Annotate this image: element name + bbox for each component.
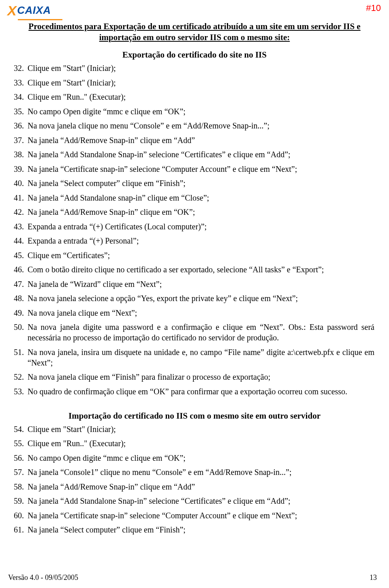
brand-underline	[18, 19, 62, 20]
section-a-step: Na nova janela digite uma password e a c…	[26, 322, 374, 343]
section-a-step: Na nova janela clique no menu “Console” …	[26, 120, 374, 131]
section-b-step: Na janela “Select computer” clique em “F…	[26, 524, 374, 535]
section-a-step: Na janela de “Wizard” clique em “Next”;	[26, 279, 374, 289]
section-b-step: Na janela “Add Standalone Snap-in” selec…	[26, 496, 374, 506]
section-a-step: Na nova janela, insira um disquete na un…	[26, 347, 374, 368]
footer: Versão 4.0 - 09/05/2005 13	[8, 573, 377, 582]
brand-logo: X CAIXA	[7, 2, 51, 19]
section-a-title: Exportação do certificado do site no IIS	[15, 49, 374, 60]
section-b-step: Clique em "Start" (Iniciar);	[26, 424, 374, 434]
section-a-step: Na janela “Add/Remove Snap-in” clique em…	[26, 135, 374, 145]
section-a-step: Na nova janela clique em “Next”;	[26, 308, 374, 318]
brand-x-icon: X	[7, 2, 17, 19]
section-a-step: No campo Open digite “mmc e clique em “O…	[26, 106, 374, 117]
section-a-step: Na nova janela selecione a opção “Yes, e…	[26, 293, 374, 304]
footer-page-number: 13	[370, 573, 377, 582]
section-a-step: Expanda a entrada “(+) Personal”;	[26, 235, 374, 246]
section-a-step: Clique em “Certificates”;	[26, 250, 374, 261]
section-a-step: Na janela “Add Standalone snap-in” cliqu…	[26, 192, 374, 203]
section-b-step: Na janela “Certificate snap-in” selecion…	[26, 510, 374, 521]
section-a-step: Na janela “Select computer” clique em “F…	[26, 178, 374, 188]
footer-version: Versão 4.0 - 09/05/2005	[8, 573, 78, 582]
section-a-step: Na janela “Certificate snap-in” selecion…	[26, 164, 374, 174]
section-a-step: Na janela “Add/Remove Snap-in” clique em…	[26, 207, 374, 217]
page-tag: #10	[366, 2, 381, 14]
section-b-step: Na janela “Console1” clique no menu “Con…	[26, 467, 374, 477]
section-a-step: Na nova janela clique em “Finish” para f…	[26, 372, 374, 382]
main-title: Procedimentos para Exportação de um cert…	[15, 21, 374, 43]
section-a-step: Na janela “Add Standalone Snap-in” selec…	[26, 149, 374, 160]
section-b-step: Na janela “Add/Remove Snap-in” clique em…	[26, 481, 374, 492]
section-b-title: Importação do certificado no IIS com o m…	[15, 411, 374, 421]
document-content: Procedimentos para Exportação de um cert…	[15, 21, 374, 539]
steps-list-b: Clique em "Start" (Iniciar);Clique em "R…	[15, 424, 374, 535]
section-a-step: Clique em "Start" (Iniciar);	[26, 63, 374, 73]
section-b-step: Clique em "Run.." (Executar);	[26, 438, 374, 449]
section-b-step: No campo Open digite “mmc e clique em “O…	[26, 453, 374, 463]
steps-list-a: Clique em "Start" (Iniciar);Clique em "S…	[15, 63, 374, 397]
section-a-step: Expanda a entrada “(+) Certificates (Loc…	[26, 221, 374, 232]
section-a-step: Com o botão direito clique no certificad…	[26, 264, 374, 275]
section-a-step: Clique em "Start" (Iniciar);	[26, 77, 374, 88]
section-a-step: No quadro de confirmação clique em “OK” …	[26, 386, 374, 397]
section-a-step: Clique em "Run.." (Executar);	[26, 92, 374, 102]
brand-name: CAIXA	[17, 4, 51, 17]
